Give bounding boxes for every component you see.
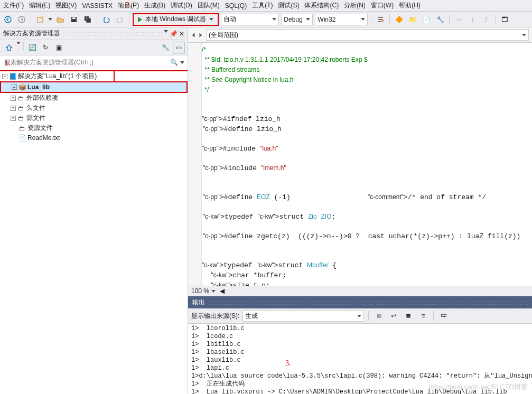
menu-test[interactable]: 测试(S) xyxy=(278,1,299,10)
close-icon[interactable]: ✕ xyxy=(179,30,184,37)
readme-label: ReadMe.txt xyxy=(27,134,60,142)
show-all-button[interactable]: ▣ xyxy=(53,42,64,53)
tree-project-node[interactable]: − 📦 Lua_lib xyxy=(0,81,188,93)
solution-tree[interactable]: − 📘 解决方案"Lua_lib"(1 个项目) − 📦 Lua_lib + 🗀… xyxy=(0,69,188,394)
search-box[interactable]: 🔍 xyxy=(0,55,188,69)
menu-vassistx[interactable]: VASSISTX xyxy=(82,2,113,10)
config-dropdown[interactable]: Debug xyxy=(281,14,313,25)
menu-view[interactable]: 视图(V) xyxy=(55,1,77,10)
panel-menu-caret[interactable] xyxy=(164,30,168,33)
zoom-label[interactable]: 100 % xyxy=(191,287,209,295)
undo-button[interactable] xyxy=(100,14,112,25)
step-over-button[interactable]: ⤼ xyxy=(453,14,464,25)
output-tool-3[interactable]: ≣ xyxy=(403,310,414,322)
pin-icon[interactable]: 📌 xyxy=(170,30,178,37)
find-button[interactable] xyxy=(375,14,386,25)
debug-target-dropdown[interactable]: 本地 Windows 调试器 xyxy=(133,13,219,26)
code-editor[interactable]: -/* ** $Id: lzio.h,v 1.31.1.1 2017/04/19… xyxy=(188,43,532,286)
output-titlebar[interactable]: 输出 :::::::::::::::::::::::::::::::::::::… xyxy=(188,296,532,308)
caret-icon[interactable] xyxy=(211,290,216,293)
menu-team[interactable]: 团队(M) xyxy=(198,1,220,10)
step-into-button[interactable]: ⤵ xyxy=(466,14,478,25)
tree-headers[interactable]: + 🗀 头文件 xyxy=(0,103,188,113)
caret-icon[interactable] xyxy=(16,42,21,44)
menu-bar: 文件(F) 编辑(E) 视图(V) VASSISTX 项目(P) 生成(B) 调… xyxy=(0,0,532,12)
new-project-button[interactable] xyxy=(34,14,46,25)
scope-bar: (全局范围) xyxy=(188,27,532,43)
tree-resources[interactable]: 🗀 资源文件 xyxy=(0,123,188,133)
tree-solution-node[interactable]: − 📘 解决方案"Lua_lib"(1 个项目) xyxy=(0,70,188,81)
toolbar-separator xyxy=(129,15,129,24)
code-text[interactable]: -/* ** $Id: lzio.h,v 1.31.1.1 2017/04/19… xyxy=(203,45,532,286)
redo-button[interactable] xyxy=(114,14,126,25)
expander-icon[interactable]: − xyxy=(12,85,17,90)
expander-icon[interactable]: + xyxy=(11,96,16,101)
properties-button[interactable]: 🔧 xyxy=(160,42,171,53)
preview-button[interactable]: ▭ xyxy=(173,42,184,53)
menu-build[interactable]: 生成(B) xyxy=(144,1,165,10)
resources-label: 资源文件 xyxy=(27,124,53,133)
panel-grip: ::::::::::::::::::::::::::::::::::::::::… xyxy=(208,299,528,306)
nav-right-icon[interactable] xyxy=(200,33,202,37)
menu-help[interactable]: 帮助(H) xyxy=(399,1,421,10)
tool-icon-5[interactable]: 🗔 xyxy=(499,14,510,25)
menu-sql[interactable]: SQL(Q) xyxy=(225,2,247,10)
tree-readme[interactable]: 📄 ReadMe.txt xyxy=(0,133,188,143)
panel-title: 解决方案资源管理器 xyxy=(3,29,60,38)
output-text[interactable]: 1> lcorolib.c 1> lcode.c 1> lbitlib.c 1>… xyxy=(188,324,532,394)
menu-tools[interactable]: 工具(T) xyxy=(252,1,273,10)
menu-file[interactable]: 文件(F) xyxy=(3,1,24,10)
svg-rect-7 xyxy=(86,18,91,23)
tree-sources[interactable]: + 🗀 源文件 xyxy=(0,113,188,123)
play-icon xyxy=(138,17,142,22)
tool-icon-1[interactable]: 🔶 xyxy=(393,14,405,25)
menu-window[interactable]: 窗口(W) xyxy=(371,1,394,10)
tool-icon-2[interactable]: 📁 xyxy=(407,14,418,25)
svg-point-1 xyxy=(18,16,25,23)
caret-icon[interactable] xyxy=(180,61,184,64)
panel-titlebar: 解决方案资源管理器 ::::::::::::::::::::::::::::::… xyxy=(0,27,188,40)
menu-arch[interactable]: 体系结构(C) xyxy=(304,1,339,10)
solution-label: 解决方案"Lua_lib"(1 个项目) xyxy=(18,72,97,81)
menu-edit[interactable]: 编辑(E) xyxy=(29,1,50,10)
step-out-button[interactable]: ⤴ xyxy=(480,14,492,25)
menu-analyze[interactable]: 分析(N) xyxy=(344,1,366,10)
output-tool-5[interactable]: ⮓ xyxy=(438,310,450,322)
search-icon[interactable]: 🔍 xyxy=(170,59,178,66)
save-all-button[interactable] xyxy=(82,14,94,25)
main-toolbar: 本地 Windows 调试器 自动 Debug Win32 🔶 📁 📄 🔧 ⤼ … xyxy=(0,12,532,27)
menu-debug[interactable]: 调试(D) xyxy=(171,1,192,10)
tree-ext-deps[interactable]: + 🗀 外部依赖项 xyxy=(0,93,188,103)
output-source-dropdown[interactable]: 生成 xyxy=(242,310,364,322)
home-button[interactable] xyxy=(3,42,15,53)
headers-label: 头文件 xyxy=(26,104,45,112)
solution-explorer-panel: 解决方案资源管理器 ::::::::::::::::::::::::::::::… xyxy=(0,27,188,394)
refresh-button[interactable]: ↻ xyxy=(40,42,51,53)
open-file-button[interactable] xyxy=(54,14,66,25)
scope-dropdown[interactable]: (全局范围) xyxy=(206,29,529,41)
platform-dropdown[interactable]: Win32 xyxy=(315,14,368,25)
expander-icon[interactable]: − xyxy=(2,74,7,79)
expander-icon[interactable]: + xyxy=(11,106,16,111)
expander-icon[interactable]: + xyxy=(11,116,16,121)
tool-icon-3[interactable]: 📄 xyxy=(421,14,432,25)
save-button[interactable] xyxy=(68,14,80,25)
search-input[interactable] xyxy=(3,58,170,67)
clear-output-button[interactable]: ⎚ xyxy=(373,310,385,322)
toolbar-separator xyxy=(433,311,434,321)
caret-icon[interactable] xyxy=(48,18,52,21)
nav-left-icon[interactable] xyxy=(192,33,195,37)
nav-back-button[interactable] xyxy=(2,14,14,25)
nav-forward-button[interactable] xyxy=(16,14,27,25)
file-icon: 📄 xyxy=(18,134,26,142)
toolbar-separator xyxy=(389,15,390,24)
tool-icon-4[interactable]: 🔧 xyxy=(434,14,446,25)
split-left-icon[interactable]: ◀ xyxy=(220,287,225,295)
output-tool-4[interactable]: ≡ xyxy=(417,310,429,322)
svg-point-0 xyxy=(5,16,11,23)
auto-dropdown[interactable]: 自动 xyxy=(221,14,279,25)
toolbar-separator xyxy=(97,15,97,24)
project-icon: 📦 xyxy=(18,83,26,91)
toggle-wrap-button[interactable]: ↩ xyxy=(388,310,399,322)
sync-button[interactable]: 🔄 xyxy=(26,42,38,53)
